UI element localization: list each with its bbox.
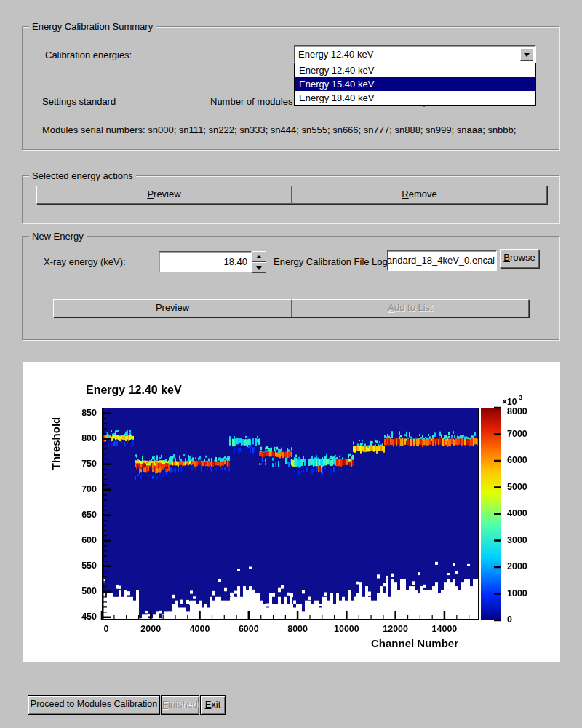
spin-down-button[interactable] [252,262,266,273]
dropdown-item-0[interactable]: Energy 12.40 keV [295,63,535,77]
combobox-value: Energy 12.40 keV [295,46,535,63]
preview-selected-button[interactable]: Preview [36,186,292,204]
preview-new-button[interactable]: Preview [53,299,292,317]
xray-energy-value: 18.40 [159,252,251,272]
xray-energy-spinbox[interactable]: 18.40 [159,251,252,272]
chevron-down-icon [524,53,530,57]
calibration-energies-dropdown: Energy 12.40 keV Energy 15.40 keV Energy… [294,63,536,106]
file-log-label: Energy Calibration File Log [274,256,388,267]
settings-label: Settings standard [42,96,116,107]
add-to-list-button[interactable]: Add to List [292,299,529,317]
modules-serial-numbers-label: Modules serial numbers: sn000; sn111; sn… [42,124,516,135]
remove-button-label: Remove [292,186,546,202]
calibration-energies-label: Calibration energies: [45,50,132,60]
actions-groupbox-title: Selected energy actions [29,170,136,181]
file-log-value: standard_18_4keV_0.encal [388,251,496,270]
plot-panel [23,362,560,662]
exit-button-label: Exit [201,696,225,713]
dropdown-item-2[interactable]: Energy 18.40 keV [295,91,535,105]
energy-calibration-window: { "window": {"bg": "#c2c2c2", "highlight… [0,0,582,728]
remove-button[interactable]: Remove [292,186,547,204]
preview-selected-button-label: Preview [37,186,291,202]
spin-down-icon [256,266,262,270]
spin-up-button[interactable] [252,251,266,262]
combobox-arrow-button[interactable] [520,48,533,61]
add-to-list-button-label: Add to List [292,300,528,316]
exit-button[interactable]: Exit [200,695,226,715]
browse-button[interactable]: Browse [500,249,539,268]
summary-groupbox-title: Energy Calibration Summary [29,21,156,32]
number-of-modules-label: Number of modules 12 [210,96,306,107]
calibration-energies-combobox[interactable]: Energy 12.40 keV [294,45,536,63]
finished-button[interactable]: Finished [161,695,199,715]
xray-energy-label: X-ray energy (keV): [44,256,126,267]
dropdown-item-1[interactable]: Energy 15.40 keV [295,77,535,91]
calibration-heatmap [23,362,560,662]
finished-button-label: Finished [162,696,199,713]
spin-up-icon [256,255,262,258]
proceed-button-label: Proceed to Modules Calibration [28,696,159,713]
new-energy-groupbox-title: New Energy [29,231,87,242]
browse-button-label: Browse [501,250,538,266]
proceed-to-modules-calibration-button[interactable]: Proceed to Modules Calibration [28,695,160,715]
file-log-field[interactable]: standard_18_4keV_0.encal [387,250,497,271]
preview-new-button-label: Preview [54,300,291,316]
